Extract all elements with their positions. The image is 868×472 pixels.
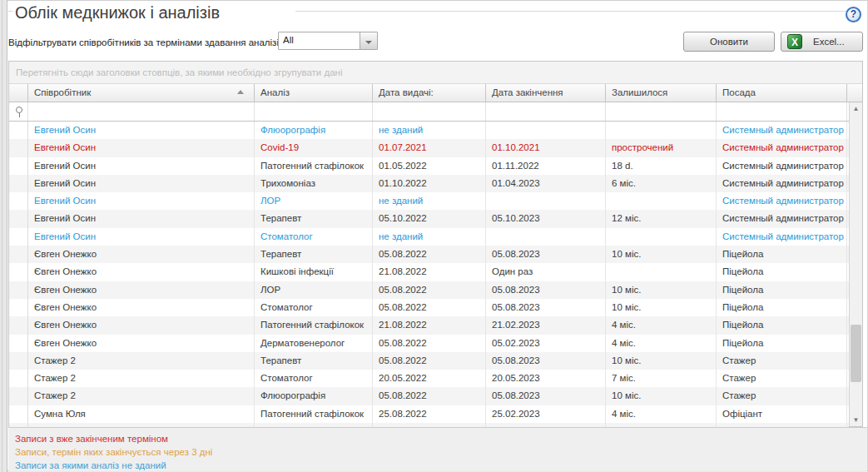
row-indicator-cell — [9, 228, 28, 246]
cell-position: Системный администратор — [717, 175, 847, 192]
left-splitter-rail[interactable] — [0, 0, 7, 472]
filter-label: Відфільтрувати співробітників за терміна… — [8, 37, 284, 47]
filter-cell-analysis[interactable] — [255, 102, 373, 121]
cell-position: Системный администратор — [717, 228, 847, 246]
cell-analysis: Патогенний стафілокок — [255, 316, 373, 334]
cell-employee: Евгений Осин — [28, 192, 255, 210]
table-row[interactable]: Євген ОнежкоЛОР05.08.202205.08.202310 мі… — [9, 281, 849, 299]
chevron-down-icon[interactable] — [360, 32, 377, 49]
cell-expires: 20.05.2023 — [486, 370, 606, 387]
cell-employee: Евгений Осин — [28, 122, 255, 139]
table-row[interactable]: Євген ОнежкоТерапевт05.08.202205.08.2023… — [9, 246, 849, 263]
column-header-expires[interactable]: Дата закінчення — [486, 84, 606, 102]
table-row[interactable]: Стажер 2Стоматолог20.05.202220.05.20237 … — [9, 370, 849, 387]
cell-employee: Стажер 2 — [28, 387, 255, 405]
table-row[interactable]: Стажер 2Терапевт05.08.202205.08.202310 м… — [9, 352, 849, 370]
row-indicator-cell — [9, 175, 28, 192]
cell-expires: 21.02.2023 — [486, 316, 606, 334]
legend-item: Записи за якими аналіз не зданий — [15, 459, 867, 472]
scroll-up-icon[interactable]: ▲ — [850, 102, 862, 115]
cell-issued: 05.08.2022 — [373, 246, 486, 263]
groupbox-line-right — [295, 11, 859, 12]
column-header-employee[interactable]: Співробітник — [28, 84, 255, 102]
table-row[interactable]: Евгений ОсинФлюорографіяне зданийСистемн… — [9, 122, 849, 139]
row-indicator-cell — [9, 335, 28, 352]
cell-employee: Євген Онежко — [28, 263, 255, 281]
excel-export-button[interactable]: X Excel... — [781, 32, 863, 52]
table-row[interactable]: Евгений ОсинЛОРне зданийСистемный админи… — [9, 192, 849, 210]
filter-cell-position[interactable] — [717, 102, 847, 121]
vertical-scrollbar[interactable]: ▲ ▼ — [849, 102, 862, 426]
cell-expires — [486, 122, 606, 139]
filter-cell-issued[interactable] — [373, 102, 486, 121]
table-row[interactable]: Стажер 2Флюорографія05.08.202205.08.2023… — [9, 387, 849, 405]
cell-issued: 05.08.2022 — [373, 387, 486, 405]
cell-position: Піцейола — [717, 263, 847, 281]
table-row[interactable]: Євген ОнежкоПатогенний стафілокок21.08.2… — [9, 316, 849, 334]
cell-expires: 05.08.2023 — [486, 281, 606, 299]
column-header-issued[interactable]: Дата видачі: — [373, 84, 486, 102]
cell-remaining: 4 міс. — [606, 405, 717, 423]
cell-expires: 05.08.2023 — [486, 299, 606, 316]
column-header-analysis[interactable]: Аналіз — [255, 84, 373, 102]
cell-analysis: Терапевт — [255, 210, 373, 227]
cell-issued: не зданий — [373, 228, 486, 246]
cell-position: Стажер — [717, 352, 847, 370]
cell-employee: Сумна Юля — [28, 405, 255, 423]
table-row[interactable]: Сумна ЮляПатогенний стафілокок25.08.2022… — [9, 405, 849, 423]
cell-employee: Евгений Осин — [28, 139, 255, 157]
cell-expires: Один раз — [486, 263, 606, 281]
grid-header-row: СпівробітникАналізДата видачі:Дата закін… — [9, 84, 862, 102]
groupbox-line-left — [8, 11, 12, 12]
cell-issued: не зданий — [373, 122, 486, 139]
row-indicator-cell — [9, 316, 28, 334]
cell-employee: Євген Онежко — [28, 299, 255, 316]
filter-cell-remaining[interactable] — [606, 102, 717, 121]
cell-position: Системный администратор — [717, 210, 847, 227]
table-row[interactable]: Евгений ОсинТрихомоніаз01.10.202201.04.2… — [9, 175, 849, 192]
cell-analysis: Стоматолог — [255, 299, 373, 316]
cell-issued: 01.05.2022 — [373, 157, 486, 175]
cell-remaining: 10 міс. — [606, 246, 717, 263]
cell-position: Стажер — [717, 387, 847, 405]
cell-position: Системный администратор — [717, 122, 847, 139]
scrollbar-thumb[interactable] — [851, 325, 861, 382]
table-row[interactable]: Евгений ОсинТерапевт05.10.202205.10.2023… — [9, 210, 849, 227]
header-filler-cell — [847, 84, 862, 102]
column-header-position[interactable]: Посада — [717, 84, 847, 102]
cell-analysis: Терапевт — [255, 352, 373, 370]
table-row[interactable]: Євген ОнежкоСтоматолог05.08.202205.08.20… — [9, 299, 849, 316]
table-row[interactable]: Євген ОнежкоДерматовенеролог05.08.202205… — [9, 335, 849, 352]
cell-position: Стажер — [717, 370, 847, 387]
table-row[interactable]: Евгений ОсинПатогенний стафілокок01.05.2… — [9, 157, 849, 175]
medical-records-grid: Перетягніть сюди заголовки стовпців, за … — [8, 61, 863, 427]
cell-issued: 25.08.2022 — [373, 405, 486, 423]
excel-button-label: Excel... — [813, 32, 845, 51]
table-row[interactable]: Євген ОнежкоКишкові інфекції21.08.2022Од… — [9, 263, 849, 281]
row-indicator-cell — [9, 405, 28, 423]
group-by-panel[interactable]: Перетягніть сюди заголовки стовпців, за … — [9, 62, 862, 84]
help-icon[interactable]: ? — [846, 7, 861, 22]
cell-analysis: Стоматолог — [255, 370, 373, 387]
cell-expires: 05.02.2023 — [486, 335, 606, 352]
cell-analysis: Стоматолог — [255, 228, 373, 246]
column-header-remaining[interactable]: Залишилося — [606, 84, 717, 102]
analysis-term-filter-select[interactable]: All — [278, 32, 378, 50]
row-indicator-cell — [9, 246, 28, 263]
cell-expires — [486, 192, 606, 210]
table-row[interactable]: Евгений ОсинСтоматологне зданийСистемный… — [9, 228, 849, 246]
cell-position: Піцейола — [717, 281, 847, 299]
cell-expires: 05.10.2023 — [486, 210, 606, 227]
cell-remaining: 7 міс. — [606, 370, 717, 387]
cell-issued: не зданий — [373, 192, 486, 210]
table-row[interactable]: Евгений ОсинCovid-1901.07.202101.10.2021… — [9, 139, 849, 157]
refresh-button[interactable]: Оновити — [683, 32, 775, 52]
scroll-down-icon[interactable]: ▼ — [850, 414, 862, 426]
cell-analysis: Флюорографія — [255, 122, 373, 139]
row-indicator-cell — [9, 210, 28, 227]
filter-cell-employee[interactable] — [28, 102, 255, 121]
cell-employee: Євген Онежко — [28, 335, 255, 352]
filter-cell-expires[interactable] — [486, 102, 606, 121]
legend-item: Записи з вже закінченим терміном — [15, 432, 867, 445]
cell-analysis: ЛОР — [255, 192, 373, 210]
